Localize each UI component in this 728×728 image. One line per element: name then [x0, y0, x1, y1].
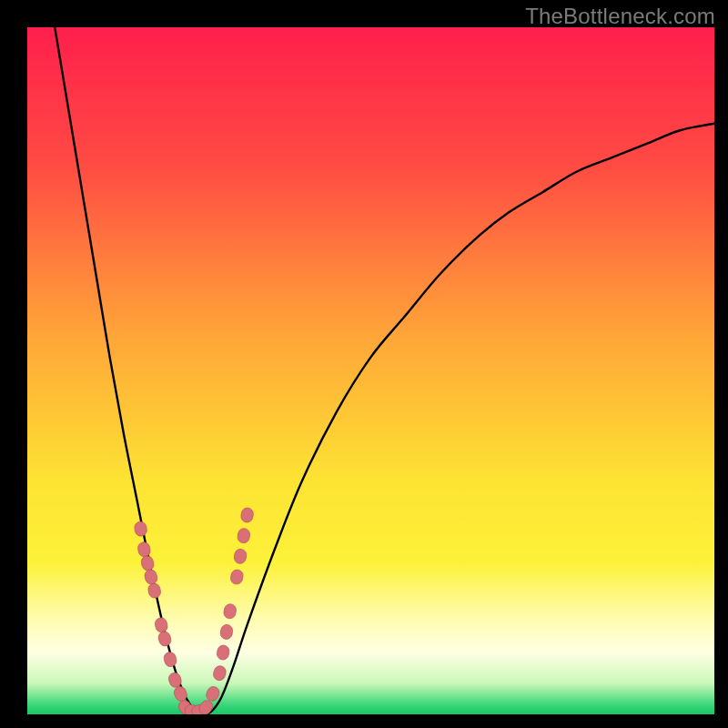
curve-marker	[205, 685, 221, 703]
curve-marker	[223, 603, 238, 620]
curve-marker	[216, 644, 229, 661]
curve-marker	[212, 664, 227, 682]
curve-marker	[157, 631, 173, 648]
curve-layer	[27, 27, 714, 714]
curve-marker	[134, 521, 147, 537]
plot-area	[27, 27, 714, 714]
chart-frame: TheBottleneck.com	[0, 0, 728, 728]
curve-marker	[237, 528, 250, 544]
curve-marker	[140, 555, 155, 572]
watermark-text: TheBottleneck.com	[525, 4, 715, 29]
curve-marker	[163, 651, 177, 668]
curve-marker	[229, 569, 244, 585]
curve-marker	[154, 617, 168, 633]
curve-marker	[233, 548, 247, 564]
curve-marker	[136, 541, 151, 558]
bottleneck-curve	[55, 27, 714, 714]
curve-marker	[147, 582, 162, 599]
curve-marker	[144, 569, 158, 586]
marker-group	[134, 507, 254, 714]
curve-marker	[240, 507, 254, 523]
curve-marker	[219, 623, 233, 640]
